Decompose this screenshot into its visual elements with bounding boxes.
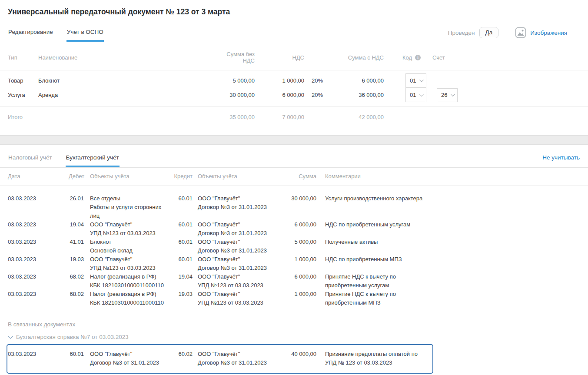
journal-rows: 03.03.202326.01Все отделыРаботы и услуги… <box>0 186 588 307</box>
items-rows: Товар Блокнот 5 000,00 1 000,00 20% 6 00… <box>0 70 588 102</box>
chevron-down-icon <box>419 92 424 96</box>
code-select-value: 01 <box>410 92 416 98</box>
upd-document-page: Универсальный передаточный документ № 12… <box>0 0 588 375</box>
journal-credit-objects: ООО "Главучёт"Договор №3 от 31.01.2023 <box>193 238 277 255</box>
journal-credit-objects: ООО "Главучёт"Договор №3 от 31.01.2023 <box>193 220 277 238</box>
code-select-value: 01 <box>410 77 416 84</box>
info-icon[interactable]: i <box>415 55 421 60</box>
total-sum-no-vat: 35 000,00 <box>221 114 255 120</box>
journal-sum: 6 000,00 <box>277 220 316 229</box>
journal-debit-objects: ООО "Главучёт"УПД №123 от 03.03.2023 <box>84 220 171 238</box>
chevron-down-icon <box>8 334 13 338</box>
col-sum: Сумма <box>277 173 316 179</box>
accounting-tabs: Налоговый учёт Бухгалтерский учёт Не учи… <box>0 149 588 168</box>
col-credit: Кредит <box>171 173 193 179</box>
item-name: Аренда <box>38 92 221 98</box>
journal-credit: 19.04 <box>171 272 193 281</box>
account-select-value: 26 <box>441 92 447 98</box>
col-name: Наименование <box>38 54 221 61</box>
item-type: Услуга <box>8 92 38 98</box>
code-select[interactable]: 01 <box>405 73 426 88</box>
journal-comment: Признание предоплаты оплатой поУПД № 123… <box>316 350 421 367</box>
journal-row: 03.03.202360.01ООО "Главучёт"Договор №3 … <box>7 350 432 367</box>
col-debit-objects: Объекты учёта <box>84 173 171 179</box>
journal-comment: Полученные активы <box>316 238 421 246</box>
header-controls: Проведен Да Изображения <box>448 27 567 38</box>
journal-credit: 19.03 <box>171 290 193 299</box>
tab-accounting-osno[interactable]: Учет в ОСНО <box>66 23 104 42</box>
posted-toggle-button[interactable]: Да <box>479 27 499 38</box>
item-sum-no-vat: 30 000,00 <box>221 92 255 98</box>
journal-debit: 19.03 <box>69 255 84 264</box>
item-sum-with-vat: 6 000,00 <box>330 77 384 84</box>
journal-comment: НДС по приобретенным услугам <box>316 220 421 229</box>
col-sum-with-vat: Сумма с НДС <box>330 54 384 61</box>
journal-sum: 1 000,00 <box>277 290 316 299</box>
journal-row: 03.03.202326.01Все отделыРаботы и услуги… <box>0 194 588 220</box>
journal-sum: 5 000,00 <box>277 238 316 246</box>
ignore-link[interactable]: Не учитывать <box>542 154 580 161</box>
journal-debit-objects: Налог (реализация в РФ)КБК 1821030100001… <box>84 272 171 290</box>
journal-debit-objects: БлокнотОсновной склад <box>84 238 171 255</box>
journal-debit: 68.02 <box>69 290 84 299</box>
document-tabs: Редактирование Учет в ОСНО Проведен Да И… <box>0 23 588 42</box>
journal-sum: 30 000,00 <box>277 194 316 203</box>
journal-debit: 26.01 <box>69 194 84 203</box>
journal-table-header: Дата Дебет Объекты учёта Кредит Объекты … <box>0 168 588 186</box>
image-icon <box>515 27 526 38</box>
journal-sum: 6 000,00 <box>277 272 316 281</box>
item-sum-with-vat: 36 000,00 <box>330 92 384 98</box>
item-row: Услуга Аренда 30 000,00 6 000,00 20% 36 … <box>0 88 588 102</box>
item-vat: 1 000,00 <box>255 77 304 84</box>
journal-sum: 40 000,00 <box>277 350 316 358</box>
page-title: Универсальный передаточный документ № 12… <box>8 6 588 17</box>
tab-tax-accounting[interactable]: Налоговый учёт <box>8 149 53 167</box>
journal-debit-objects: ООО "Главучёт"УПД №123 от 03.03.2023 <box>84 255 171 272</box>
col-type: Тип <box>8 54 38 61</box>
journal-debit-objects: ООО "Главучёт"Договор №3 от 31.01.2023 <box>84 350 171 367</box>
highlighted-linked-row[interactable]: 03.03.202360.01ООО "Главучёт"Договор №3 … <box>7 344 433 374</box>
journal-credit-objects: ООО "Главучёт"УПД №123 от 03.03.2023 <box>193 290 277 307</box>
journal-credit: 60.02 <box>171 350 193 358</box>
account-select[interactable]: 26 <box>437 88 458 102</box>
journal-credit: 60.01 <box>171 194 193 203</box>
journal-credit-objects: ООО "Главучёт"УПД №123 от 03.03.2023 <box>193 272 277 290</box>
journal-row: 03.03.202341.01БлокнотОсновной склад60.0… <box>0 238 588 255</box>
tab-book-accounting[interactable]: Бухгалтерский учёт <box>66 149 120 167</box>
tab-editing[interactable]: Редактирование <box>8 23 53 42</box>
total-label: Итого <box>8 114 38 120</box>
item-name: Блокнот <box>38 77 221 84</box>
item-sum-no-vat: 5 000,00 <box>221 77 255 84</box>
journal-credit-objects: ООО "Главучёт"Договор №3 от 31.01.2023 <box>193 350 277 367</box>
images-link[interactable]: Изображения <box>515 27 567 38</box>
code-select[interactable]: 01 <box>405 88 426 102</box>
journal-debit-objects: Все отделыРаботы и услуги сторонних лиц <box>84 194 171 220</box>
journal-row: 03.03.202368.02Налог (реализация в РФ)КБ… <box>0 290 588 307</box>
journal-date: 03.03.2023 <box>8 220 69 229</box>
journal-date: 03.03.2023 <box>8 272 69 281</box>
journal-debit: 41.01 <box>69 238 84 246</box>
col-code: Код <box>402 54 412 61</box>
journal-comment: Услуги производственного характера <box>316 194 421 203</box>
journal-credit-objects: ООО "Главучёт"Договор №3 от 31.01.2023 <box>193 255 277 272</box>
journal-credit-objects: ООО "Главучёт"Договор №3 от 31.01.2023 <box>193 194 277 212</box>
posted-label: Проведен <box>448 30 475 36</box>
col-debit: Дебет <box>69 173 84 179</box>
items-total-row: Итого 35 000,00 7 000,00 42 000,00 <box>0 106 588 129</box>
journal-credit: 60.01 <box>171 238 193 246</box>
col-comment: Комментарии <box>316 173 421 179</box>
item-vat-rate: 20% <box>304 77 330 84</box>
journal-row: 03.03.202319.04ООО "Главучёт"УПД №123 от… <box>0 220 588 238</box>
col-account: Счет <box>427 54 479 61</box>
journal-comment: Принятие НДС к вычету поприобретенным МП… <box>316 290 421 307</box>
journal-date: 03.03.2023 <box>8 194 69 203</box>
linked-rows: 03.03.202360.01ООО "Главучёт"Договор №3 … <box>7 350 432 367</box>
items-table-header: Тип Наименование Сумма без НДС НДС Сумма… <box>0 42 588 70</box>
journal-sum: 1 000,00 <box>277 255 316 264</box>
journal-debit: 68.02 <box>69 272 84 281</box>
journal-comment: Принятие НДС к вычету поприобретенным ус… <box>316 272 421 290</box>
total-sum-with-vat: 42 000,00 <box>330 114 384 120</box>
chevron-down-icon <box>419 78 424 82</box>
col-date: Дата <box>8 173 69 179</box>
linked-group-header[interactable]: Бухгалтерская справка №7 от 03.03.2023 <box>8 334 588 340</box>
